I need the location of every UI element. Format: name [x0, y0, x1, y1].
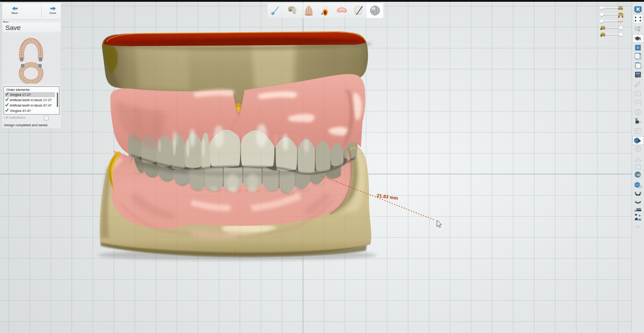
- svg-text:21.83 mm: 21.83 mm: [377, 192, 398, 201]
- svg-text:✱: ✱: [234, 250, 237, 253]
